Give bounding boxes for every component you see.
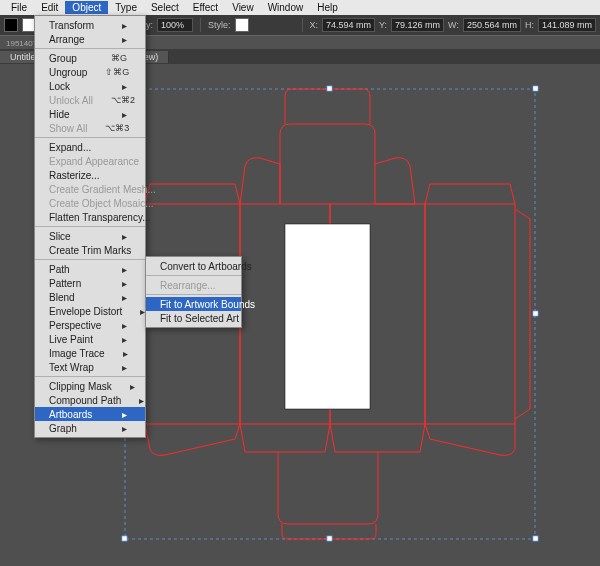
y-field[interactable]: 79.126 mm [391, 18, 444, 32]
object-menu-flatten-transparency[interactable]: Flatten Transparency... [35, 210, 145, 224]
chevron-right-icon: ▸ [104, 20, 127, 31]
chevron-right-icon: ▸ [104, 334, 127, 345]
svg-rect-11 [122, 536, 127, 541]
menu-help[interactable]: Help [310, 1, 345, 14]
chevron-right-icon: ▸ [104, 81, 127, 92]
chevron-right-icon: ▸ [104, 34, 127, 45]
object-menu-expand[interactable]: Expand... [35, 140, 145, 154]
object-menu-graph[interactable]: Graph▸ [35, 421, 145, 435]
x-label: X: [310, 20, 319, 30]
menu-object[interactable]: Object [65, 1, 108, 14]
h-label: H: [525, 20, 534, 30]
object-menu-unlock-all: Unlock All⌥⌘2 [35, 93, 145, 107]
object-menu-image-trace[interactable]: Image Trace▸ [35, 346, 145, 360]
chevron-right-icon: ▸ [104, 264, 127, 275]
chevron-right-icon: ▸ [104, 292, 127, 303]
object-menu-blend[interactable]: Blend▸ [35, 290, 145, 304]
menu-window[interactable]: Window [261, 1, 311, 14]
chevron-right-icon: ▸ [104, 423, 127, 434]
artboards-submenu-fit-to-selected-art[interactable]: Fit to Selected Art [146, 311, 241, 325]
object-menu[interactable]: Transform▸Arrange▸Group⌘GUngroup⇧⌘GLock▸… [34, 15, 146, 438]
object-menu-artboards[interactable]: Artboards▸ [35, 407, 145, 421]
svg-rect-7 [327, 86, 332, 91]
chevron-right-icon: ▸ [104, 109, 127, 120]
object-menu-slice[interactable]: Slice▸ [35, 229, 145, 243]
menu-view[interactable]: View [225, 1, 261, 14]
svg-rect-4 [425, 204, 515, 424]
object-menu-create-gradient-mesh: Create Gradient Mesh... [35, 182, 145, 196]
object-menu-clipping-mask[interactable]: Clipping Mask▸ [35, 379, 145, 393]
svg-rect-10 [533, 311, 538, 316]
artboards-submenu[interactable]: Convert to ArtboardsRearrange...Fit to A… [145, 256, 242, 328]
object-menu-arrange[interactable]: Arrange▸ [35, 32, 145, 46]
artboards-submenu-fit-to-artwork-bounds[interactable]: Fit to Artwork Bounds [146, 297, 241, 311]
svg-rect-13 [533, 536, 538, 541]
chevron-right-icon: ▸ [112, 381, 135, 392]
fill-swatch[interactable] [4, 18, 18, 32]
object-menu-compound-path[interactable]: Compound Path▸ [35, 393, 145, 407]
menu-effect[interactable]: Effect [186, 1, 225, 14]
menu-select[interactable]: Select [144, 1, 186, 14]
chevron-right-icon: ▸ [121, 395, 144, 406]
menubar: FileEditObjectTypeSelectEffectViewWindow… [0, 0, 600, 15]
style-label: Style: [208, 20, 231, 30]
svg-rect-8 [533, 86, 538, 91]
chevron-right-icon: ▸ [104, 320, 127, 331]
object-menu-text-wrap[interactable]: Text Wrap▸ [35, 360, 145, 374]
chevron-right-icon: ▸ [104, 362, 127, 373]
menu-file[interactable]: File [4, 1, 34, 14]
object-menu-expand-appearance: Expand Appearance [35, 154, 145, 168]
chevron-right-icon: ▸ [122, 306, 145, 317]
object-menu-create-object-mosaic: Create Object Mosaic... [35, 196, 145, 210]
style-swatch[interactable] [235, 18, 249, 32]
x-field[interactable]: 74.594 mm [322, 18, 375, 32]
chevron-right-icon: ▸ [105, 348, 128, 359]
chevron-right-icon: ▸ [104, 278, 127, 289]
object-menu-ungroup[interactable]: Ungroup⇧⌘G [35, 65, 145, 79]
object-menu-live-paint[interactable]: Live Paint▸ [35, 332, 145, 346]
w-label: W: [448, 20, 459, 30]
chevron-right-icon: ▸ [104, 409, 127, 420]
opacity-field[interactable]: 100% [157, 18, 193, 32]
chevron-right-icon: ▸ [104, 231, 127, 242]
object-menu-show-all: Show All⌥⌘3 [35, 121, 145, 135]
menu-type[interactable]: Type [108, 1, 144, 14]
object-menu-path[interactable]: Path▸ [35, 262, 145, 276]
menu-edit[interactable]: Edit [34, 1, 65, 14]
object-menu-group[interactable]: Group⌘G [35, 51, 145, 65]
object-menu-lock[interactable]: Lock▸ [35, 79, 145, 93]
artboards-submenu-convert-to-artboards[interactable]: Convert to Artboards [146, 259, 241, 273]
object-menu-hide[interactable]: Hide▸ [35, 107, 145, 121]
svg-rect-5 [285, 224, 370, 409]
w-field[interactable]: 250.564 mm [463, 18, 521, 32]
svg-rect-12 [327, 536, 332, 541]
object-menu-pattern[interactable]: Pattern▸ [35, 276, 145, 290]
object-menu-rasterize[interactable]: Rasterize... [35, 168, 145, 182]
h-field[interactable]: 141.089 mm [538, 18, 596, 32]
y-label: Y: [379, 20, 387, 30]
object-menu-perspective[interactable]: Perspective▸ [35, 318, 145, 332]
object-menu-envelope-distort[interactable]: Envelope Distort▸ [35, 304, 145, 318]
object-menu-create-trim-marks[interactable]: Create Trim Marks [35, 243, 145, 257]
object-menu-transform[interactable]: Transform▸ [35, 18, 145, 32]
artboards-submenu-rearrange: Rearrange... [146, 278, 241, 292]
